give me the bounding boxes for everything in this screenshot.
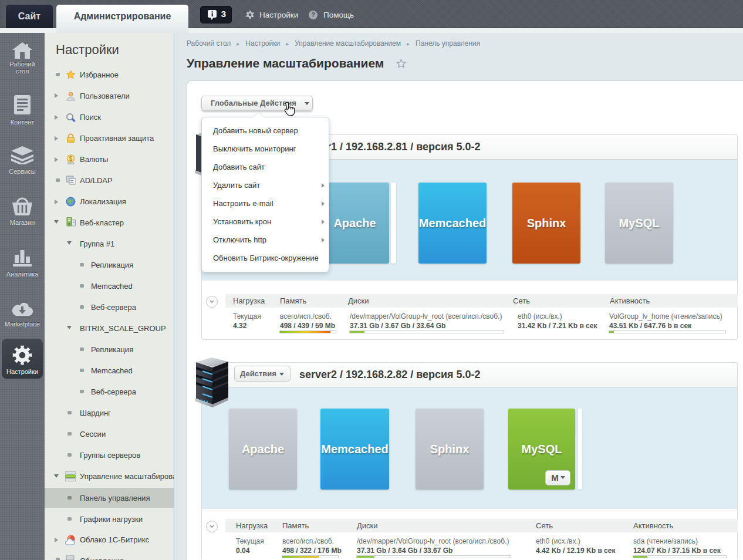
svg-text:$: $ xyxy=(69,156,73,162)
svg-text:?: ? xyxy=(311,11,315,18)
